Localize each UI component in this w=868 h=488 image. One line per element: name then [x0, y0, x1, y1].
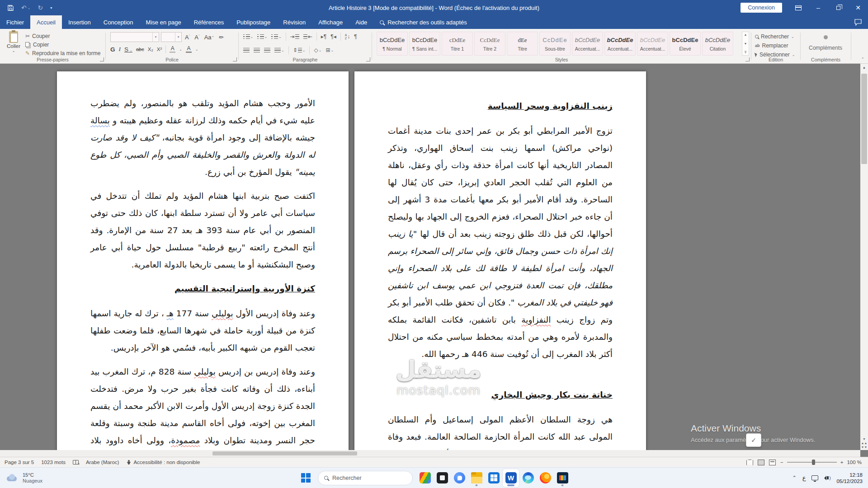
multilevel-list-button[interactable]: ⌄	[271, 34, 281, 39]
cut-button[interactable]: ✂Couper	[25, 32, 100, 40]
taskbar-app-word[interactable]	[503, 469, 519, 487]
doc-paragraph[interactable]: الأمور وحجب هشام المؤيد وتلقب هو بالمنصو…	[90, 95, 315, 181]
taskbar-app-edge-browser[interactable]	[520, 469, 536, 487]
doc-paragraph[interactable]: وعند وفاة إدريس الأول بوليلي سنة 177 هـ …	[90, 305, 315, 357]
taskbar-app-microsoft-store[interactable]	[486, 469, 502, 487]
tab-fichier[interactable]: Fichier	[0, 15, 30, 29]
style-card-5[interactable]: CcDdEeSous-titre	[539, 32, 571, 56]
taskbar-app-file-explorer[interactable]	[468, 469, 485, 487]
tab-mise-en-page[interactable]: Mise en page	[140, 15, 188, 29]
styles-dialog-launcher[interactable]	[745, 57, 750, 61]
paragraph-dialog-launcher[interactable]	[366, 57, 370, 61]
restore-button[interactable]	[828, 0, 848, 15]
proofing-errors-icon[interactable]	[73, 460, 79, 465]
justify-button[interactable]: ⌄	[274, 48, 284, 52]
print-layout-button[interactable]	[758, 460, 764, 465]
show-paragraph-marks-button[interactable]: ¶	[354, 33, 357, 40]
style-card-9[interactable]: bCcDdEeÉlevé	[670, 32, 701, 56]
collapse-ribbon-button[interactable]: ⌃	[861, 57, 864, 61]
superscript-button[interactable]: X²	[157, 47, 162, 52]
doc-heading[interactable]: زينب النفزاوية وسحر السياسة	[388, 98, 613, 115]
tab-insertion[interactable]: Insertion	[62, 15, 97, 29]
page-right[interactable]: زينب النفزاوية وسحر السياسةتزوج الأمير ا…	[354, 71, 646, 457]
shading-button[interactable]: ◇⌄	[314, 47, 321, 53]
text-highlight-button[interactable]: A	[170, 46, 175, 53]
taskbar-clock[interactable]: 12:18 05/12/2023	[836, 472, 863, 484]
doc-heading[interactable]: خناتة بنت بكار وجيش البخاري	[388, 386, 613, 404]
tab-affichage[interactable]: Affichage	[312, 15, 349, 29]
change-case-button[interactable]: Aa⌄	[203, 34, 216, 41]
read-mode-button[interactable]	[746, 460, 753, 465]
style-card-2[interactable]: cDdEeTitre 1	[442, 32, 473, 56]
font-name-combo[interactable]: ▾	[110, 32, 159, 42]
font-color-button[interactable]: A	[186, 46, 192, 53]
grow-font-button[interactable]: Aˆ	[184, 34, 191, 41]
decrease-indent-button[interactable]: ⇥	[290, 33, 299, 40]
hidden-icons-chevron[interactable]: ⌃	[792, 475, 796, 481]
clipboard-dialog-launcher[interactable]	[100, 57, 104, 61]
taskbar-search[interactable]: Rechercher	[318, 471, 413, 485]
zoom-percentage[interactable]: 100 %	[847, 460, 862, 465]
scroll-down-icon[interactable]: ▼	[744, 42, 747, 45]
web-layout-button[interactable]	[769, 460, 776, 465]
taskbar-app-firefox-browser[interactable]	[537, 469, 553, 487]
gallery-expand-icon[interactable]: ⊽	[744, 51, 746, 54]
paste-button[interactable]: Coller ⌄	[4, 31, 24, 56]
style-card-6[interactable]: bCcDdEeAccentuat...	[572, 32, 603, 56]
align-center-button[interactable]	[254, 48, 260, 52]
styles-gallery-scroll[interactable]: ▲▼⊽	[742, 32, 749, 56]
keyboard-language-indicator[interactable]: ع	[802, 474, 806, 481]
word-count[interactable]: 1023 mots	[41, 460, 66, 465]
redo-button[interactable]: ↻	[38, 4, 43, 11]
style-card-4[interactable]: dEeTitre	[507, 32, 538, 56]
clear-formatting-button[interactable]: ✏	[217, 34, 225, 41]
vertical-scrollbar[interactable]: ▲ ▼ ▲▲ ▼▼	[860, 64, 868, 450]
tab-références[interactable]: Références	[188, 15, 230, 29]
taskbar-app-chat-app[interactable]	[451, 469, 467, 487]
accessibility-status[interactable]: Accessibilité : non disponible	[126, 460, 200, 465]
customize-qat-button[interactable]: ▾	[50, 6, 52, 10]
find-button[interactable]: Rechercher⌄	[755, 32, 795, 41]
taskbar-app-app-multicolor[interactable]	[417, 469, 433, 487]
scroll-down-arrow[interactable]: ▼	[863, 437, 866, 441]
style-card-7[interactable]: bCcDdEeAccentuat...	[604, 32, 636, 56]
language-indicator[interactable]: Arabe (Maroc)	[86, 460, 119, 465]
style-card-10[interactable]: bCcDdEeCitation	[702, 32, 733, 56]
tab-publipostage[interactable]: Publipostage	[230, 15, 277, 29]
comments-button[interactable]	[854, 15, 862, 29]
page-left[interactable]: الأمور وحجب هشام المؤيد وتلقب هو بالمنصو…	[57, 71, 349, 457]
scroll-up-icon[interactable]: ▲	[744, 33, 747, 36]
shrink-font-button[interactable]: Aˇ	[193, 34, 201, 41]
volume-tray-icon[interactable]: )	[824, 476, 830, 480]
page-indicator[interactable]: Page 3 sur 5	[5, 460, 34, 465]
taskbar-app-app-dark-notes[interactable]	[434, 469, 450, 487]
tell-me-search[interactable]: Rechercher des outils adaptés	[380, 15, 467, 29]
numbering-button[interactable]: ⌄	[257, 34, 267, 39]
strikethrough-button[interactable]: abc	[136, 47, 144, 52]
style-card-0[interactable]: bCcDdEe¶ Normal	[377, 32, 408, 56]
line-spacing-button[interactable]: ⇕⌄	[293, 47, 306, 53]
addins-button[interactable]: Compléments	[805, 32, 846, 57]
proofing-check-popup[interactable]: ✓	[746, 433, 761, 447]
tab-conception[interactable]: Conception	[97, 15, 140, 29]
sort-button[interactable]: AZ↓	[345, 33, 350, 40]
bold-button[interactable]: G	[110, 46, 115, 53]
font-dialog-launcher[interactable]	[233, 57, 237, 61]
doc-heading[interactable]: كنزة الأوربية وإستراتيجية التقسيم	[90, 280, 315, 297]
display-tray-icon[interactable]	[811, 475, 818, 480]
align-left-button[interactable]	[243, 48, 250, 52]
tab-révision[interactable]: Révision	[277, 15, 312, 29]
ltr-paragraph-button[interactable]: ▸¶	[321, 33, 326, 40]
horizontal-scrollbar[interactable]	[0, 450, 860, 457]
bullets-button[interactable]: ⌄	[243, 34, 253, 39]
increase-indent-button[interactable]: ⇤	[303, 33, 312, 40]
style-card-8[interactable]: bCcDdEeAccentuat...	[637, 32, 668, 56]
start-button[interactable]	[297, 469, 314, 487]
save-button[interactable]	[7, 5, 14, 11]
align-right-button[interactable]	[264, 48, 270, 52]
underline-button[interactable]: S ⌄	[124, 46, 132, 53]
replace-button[interactable]: abRemplacer	[755, 41, 795, 50]
tab-accueil[interactable]: Accueil	[30, 15, 62, 29]
style-card-3[interactable]: CcDdEeTitre 2	[474, 32, 505, 56]
next-page-button[interactable]: ▼▼	[861, 445, 868, 449]
